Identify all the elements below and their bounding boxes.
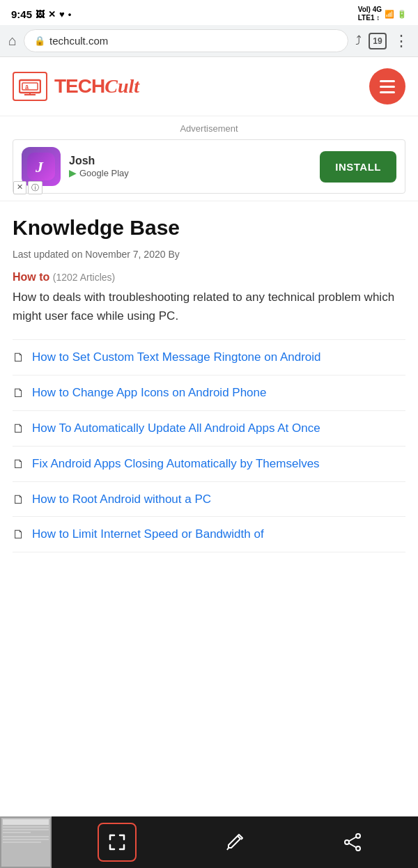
ad-info-icon[interactable]: ⓘ [28,181,42,194]
doc-icon: 🗋 [13,527,25,542]
list-link[interactable]: How to Root Android without a PC [32,491,211,508]
svg-point-19 [345,840,349,844]
list-item: 🗋 How To Automatically Update All Androi… [13,410,405,446]
svg-line-21 [348,844,355,848]
status-time: 9:45 [11,8,32,20]
expand-button[interactable] [98,823,137,862]
svg-rect-15 [3,842,41,843]
ad-info: Josh ▶ Google Play [69,155,311,178]
ad-app-icon: J [22,147,61,186]
list-link[interactable]: How to Change App Icons on Android Phone [32,385,266,401]
list-item: 🗋 How to Root Android without a PC [13,481,405,517]
thumbnail-image [0,816,52,868]
svg-text:J: J [35,158,44,176]
ad-label: Advertisement [13,123,405,134]
logo-area: ā TECHCult [13,72,139,101]
bottom-thumbnail[interactable] [0,816,52,868]
list-item: 🗋 How to Change App Icons on Android Pho… [13,375,405,410]
svg-rect-14 [3,839,49,840]
address-bar[interactable]: 🔒 techcult.com [24,29,348,52]
tab-count[interactable]: 19 [369,33,387,49]
lock-icon: 🔒 [34,36,45,46]
bottom-actions [52,823,418,862]
hamburger-line-1 [380,80,395,82]
doc-icon: 🗋 [13,493,25,507]
doc-icon: 🗋 [13,350,25,365]
list-link[interactable]: How to Set Custom Text Message Ringtone … [32,349,321,366]
site-header: ā TECHCult [0,57,418,116]
list-item: 🗋 How to Set Custom Text Message Rington… [13,339,405,375]
list-link[interactable]: How to Limit Internet Speed or Bandwidth… [32,526,264,543]
doc-icon: 🗋 [13,421,25,436]
list-link[interactable]: Fix Android Apps Closing Automatically b… [32,456,320,472]
doc-icon: 🗋 [13,386,25,401]
svg-rect-11 [3,829,49,830]
category-name: How to [13,271,49,283]
ad-install-button[interactable]: INSTALL [320,151,396,183]
status-heart-icon: ♥ [59,9,65,20]
ad-store: ▶ Google Play [69,167,311,178]
ad-store-name: Google Play [79,168,129,178]
page-content: ā TECHCult Advertisement [0,57,418,566]
edit-button[interactable] [215,823,254,862]
svg-rect-10 [3,826,49,828]
svg-point-18 [356,846,360,851]
article-meta: Last updated on November 7, 2020 By [13,249,405,260]
site-logo-text: TECHCult [54,75,139,98]
article-title: Knowledge Base [13,215,405,240]
hamburger-menu-button[interactable] [369,68,405,104]
status-right: Vol) 4GLTE1 ↕ 📶 🔋 [358,6,407,22]
article-content: Knowledge Base Last updated on November … [0,201,418,566]
article-list: 🗋 How to Set Custom Text Message Rington… [13,339,405,552]
status-photo-icon: 🖼 [36,9,45,20]
network-label: Vol) 4GLTE1 ↕ [358,6,382,22]
address-text: techcult.com [49,35,338,47]
svg-point-17 [356,834,360,838]
battery-icon: 🔋 [397,10,407,19]
ad-app-name: Josh [69,155,311,167]
status-x-icon: ✕ [48,9,56,20]
ad-close-area: ✕ ⓘ [13,181,42,194]
svg-rect-9 [3,819,49,825]
hamburger-line-2 [380,86,395,88]
share-action-button[interactable] [333,823,372,862]
svg-line-20 [348,837,355,842]
ad-banner: Advertisement J Josh ▶ [0,116,418,201]
hamburger-line-3 [380,91,395,93]
site-logo-icon: ā [13,72,47,101]
svg-rect-12 [3,832,31,833]
status-dot-icon: • [68,9,72,20]
browser-chrome: ⌂ 🔒 techcult.com ⤴ 19 ⋮ [0,25,418,57]
article-description: How to deals with troubleshooting relate… [13,288,405,325]
status-left: 9:45 🖼 ✕ ♥ • [11,8,71,20]
status-bar: 9:45 🖼 ✕ ♥ • Vol) 4GLTE1 ↕ 📶 🔋 [0,0,418,25]
more-options-icon[interactable]: ⋮ [394,32,410,50]
article-category: How to (1202 Articles) [13,271,405,284]
ad-content: J Josh ▶ Google Play INSTALL ✕ ⓘ [13,139,405,194]
category-count: (1202 Articles) [53,272,115,283]
share-icon[interactable]: ⤴ [355,33,362,48]
home-icon[interactable]: ⌂ [8,33,17,49]
list-item: 🗋 Fix Android Apps Closing Automatically… [13,446,405,481]
signal-icon: 📶 [385,10,394,19]
list-item: 🗋 How to Limit Internet Speed or Bandwid… [13,516,405,552]
google-play-icon: ▶ [69,167,77,178]
bottom-bar [0,816,418,868]
ad-close-icon[interactable]: ✕ [13,181,26,194]
svg-rect-13 [3,836,49,837]
list-link[interactable]: How To Automatically Update All Android … [32,420,320,437]
browser-actions: ⤴ 19 ⋮ [355,32,410,50]
doc-icon: 🗋 [13,457,25,472]
